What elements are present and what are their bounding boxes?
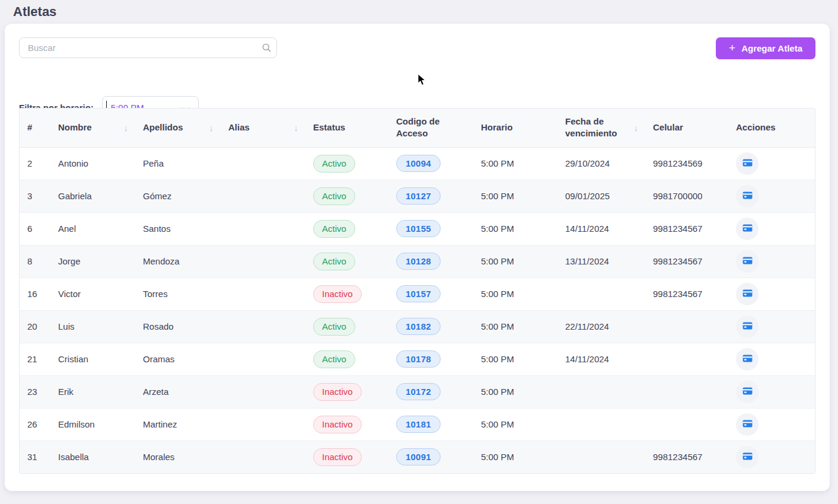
cell-vencimiento: 14/11/2024	[557, 212, 645, 245]
membership-card-button[interactable]	[736, 218, 759, 240]
cell-horario: 5:00 PM	[473, 245, 557, 277]
access-code-badge: 10127	[396, 187, 441, 205]
cell-codigo: 10127	[388, 180, 473, 212]
cell-alias	[221, 245, 305, 277]
add-athlete-button[interactable]: + Agregar Atleta	[716, 37, 815, 59]
cell-apellidos: Rosado	[135, 310, 221, 343]
access-code-badge: 10157	[396, 285, 441, 302]
cell-estatus: Inactivo	[305, 375, 388, 408]
membership-card-button[interactable]	[736, 250, 759, 273]
access-code-badge: 10128	[396, 253, 441, 270]
cell-acciones	[728, 180, 815, 212]
sort-descending-icon[interactable]: ↓	[634, 123, 640, 133]
cell-celular: 9981234567	[645, 245, 728, 277]
column-header-num: #	[20, 109, 50, 147]
cell-acciones	[728, 147, 815, 180]
column-header-celular: Celular	[645, 109, 728, 147]
cell-num: 16	[20, 277, 50, 310]
table-row: 23ErikArzetaInactivo101725:00 PM	[20, 375, 815, 408]
cell-acciones	[728, 212, 815, 245]
status-badge: Activo	[313, 155, 355, 173]
cell-num: 21	[20, 343, 50, 375]
cell-estatus: Activo	[305, 343, 388, 375]
cell-vencimiento: 22/11/2024	[557, 310, 645, 343]
access-code-badge: 10155	[396, 220, 441, 237]
cell-codigo: 10181	[388, 408, 473, 441]
cell-celular	[645, 310, 728, 343]
cell-acciones	[728, 408, 815, 441]
credit-card-icon	[742, 255, 753, 268]
credit-card-icon	[742, 222, 753, 235]
cell-apellidos: Oramas	[135, 343, 221, 375]
cell-vencimiento	[557, 375, 645, 408]
credit-card-icon	[742, 353, 753, 366]
status-badge: Inactivo	[313, 416, 362, 433]
column-header-nombre[interactable]: Nombre↓	[50, 109, 135, 147]
cell-acciones	[728, 375, 815, 408]
cell-codigo: 10155	[388, 212, 473, 245]
credit-card-icon	[742, 190, 753, 203]
membership-card-button[interactable]	[736, 348, 759, 371]
access-code-badge: 10178	[396, 350, 441, 368]
column-label-codigo: Codigo de Acceso	[396, 116, 467, 140]
sort-descending-icon[interactable]: ↓	[209, 123, 215, 133]
cell-nombre: Antonio	[50, 147, 135, 180]
cell-num: 8	[20, 245, 50, 277]
column-header-apellidos[interactable]: Apellidos↓	[135, 109, 221, 147]
status-badge: Inactivo	[313, 448, 362, 466]
cell-codigo: 10091	[388, 441, 473, 473]
membership-card-button[interactable]	[736, 315, 759, 338]
membership-card-button[interactable]	[736, 152, 759, 175]
column-label-alias: Alias	[228, 122, 250, 133]
membership-card-button[interactable]	[736, 185, 759, 208]
cell-acciones	[728, 343, 815, 375]
cell-celular	[645, 408, 728, 441]
status-badge: Activo	[313, 253, 355, 270]
cell-vencimiento	[557, 441, 645, 473]
table-row: 20LuisRosadoActivo101825:00 PM22/11/2024	[20, 310, 815, 343]
cell-nombre: Victor	[50, 277, 135, 310]
membership-card-button[interactable]	[736, 283, 759, 305]
cell-vencimiento: 14/11/2024	[557, 343, 645, 375]
cell-nombre: Erik	[50, 375, 135, 408]
cell-alias	[221, 441, 305, 473]
cell-nombre: Luis	[50, 310, 135, 343]
column-label-estatus: Estatus	[313, 122, 345, 133]
cell-horario: 5:00 PM	[473, 343, 557, 375]
column-header-alias[interactable]: Alias↓	[221, 109, 305, 147]
column-header-vencimiento[interactable]: Fecha de vencimiento↓	[557, 109, 645, 147]
table-row: 21CristianOramasActivo101785:00 PM14/11/…	[20, 343, 815, 375]
column-label-nombre: Nombre	[58, 122, 92, 133]
cell-apellidos: Santos	[135, 212, 221, 245]
search-box[interactable]	[19, 37, 277, 58]
membership-card-button[interactable]	[736, 446, 759, 468]
membership-card-button[interactable]	[736, 413, 759, 436]
cell-estatus: Activo	[305, 212, 388, 245]
cell-estatus: Inactivo	[305, 277, 388, 310]
search-input[interactable]	[20, 43, 256, 53]
cell-vencimiento	[557, 277, 645, 310]
cell-nombre: Anel	[50, 212, 135, 245]
cell-alias	[221, 375, 305, 408]
cell-estatus: Inactivo	[305, 441, 388, 473]
cell-alias	[221, 180, 305, 212]
column-header-acciones: Acciones	[728, 109, 815, 147]
cell-apellidos: Mendoza	[135, 245, 221, 277]
status-badge: Activo	[313, 350, 355, 368]
cell-estatus: Activo	[305, 310, 388, 343]
cell-horario: 5:00 PM	[473, 180, 557, 212]
cell-celular: 9981234569	[645, 147, 728, 180]
sort-descending-icon[interactable]: ↓	[294, 123, 300, 133]
cell-horario: 5:00 PM	[473, 441, 557, 473]
cell-nombre: Gabriela	[50, 180, 135, 212]
cell-apellidos: Peña	[135, 147, 221, 180]
cell-num: 31	[20, 441, 50, 473]
table-row: 8JorgeMendozaActivo101285:00 PM13/11/202…	[20, 245, 815, 277]
sort-descending-icon[interactable]: ↓	[124, 123, 130, 133]
search-icon	[256, 43, 276, 53]
credit-card-icon	[742, 157, 753, 170]
membership-card-button[interactable]	[736, 381, 759, 403]
cell-apellidos: Gómez	[135, 180, 221, 212]
cell-alias	[221, 147, 305, 180]
credit-card-icon	[742, 418, 753, 431]
